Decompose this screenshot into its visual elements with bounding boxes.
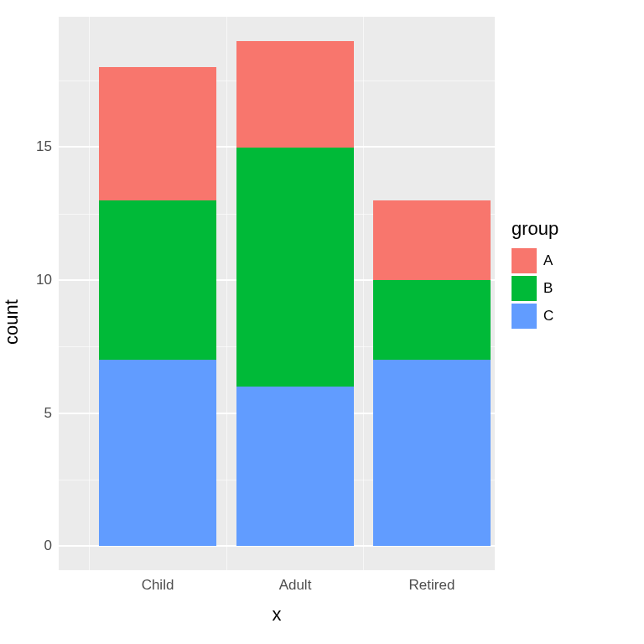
bar-child — [99, 67, 216, 546]
x-tick-label: Adult — [279, 570, 312, 594]
legend-item-C: C — [512, 304, 637, 329]
legend-swatch — [512, 248, 537, 273]
x-tick-label: Child — [142, 570, 174, 594]
legend-title: group — [512, 218, 637, 240]
y-axis-label: count — [1, 299, 23, 345]
bar-seg-C — [236, 387, 354, 546]
legend: group ABC — [512, 218, 637, 331]
legend-item-B: B — [512, 276, 637, 301]
gridline-minor-v — [501, 17, 501, 570]
bar-seg-B — [236, 148, 354, 387]
legend-label: B — [543, 280, 553, 297]
y-tick-label: 5 — [44, 405, 59, 422]
bar-seg-A — [99, 67, 216, 200]
bar-seg-B — [373, 280, 491, 360]
plot-panel: 051015ChildAdultRetired — [59, 17, 495, 570]
y-tick-label: 15 — [36, 138, 59, 155]
gridline-minor-v — [226, 17, 227, 570]
y-tick-label: 0 — [44, 538, 59, 554]
bar-adult — [236, 41, 354, 547]
stacked-bar-chart: 051015ChildAdultRetired count x group AB… — [0, 0, 644, 644]
bar-seg-B — [99, 200, 216, 360]
legend-swatch — [512, 276, 537, 301]
bar-seg-C — [373, 360, 491, 546]
legend-label: C — [543, 308, 553, 325]
legend-label: A — [543, 252, 553, 269]
gridline-minor-v — [363, 17, 364, 570]
bar-seg-A — [236, 41, 354, 148]
bar-seg-C — [99, 360, 216, 546]
x-tick-label: Retired — [409, 570, 455, 594]
legend-swatch — [512, 304, 537, 329]
y-tick-label: 10 — [36, 272, 59, 288]
gridline-minor-v — [89, 17, 90, 570]
bar-retired — [373, 200, 491, 546]
x-axis-label: x — [273, 604, 282, 626]
bar-seg-A — [373, 200, 491, 280]
legend-item-A: A — [512, 248, 637, 273]
